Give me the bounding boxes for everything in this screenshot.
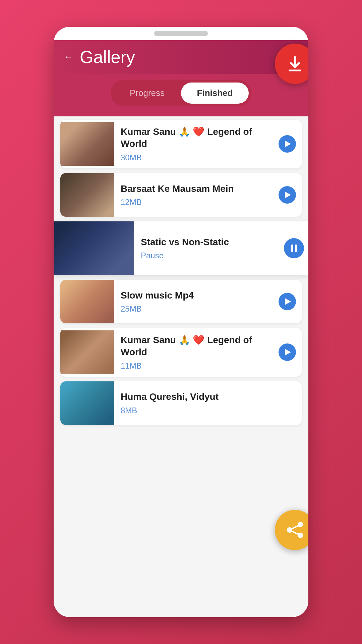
media-title: Kumar Sanu 🙏 ❤️ Legend of World (121, 334, 272, 359)
app-header: ← Gallery (54, 40, 308, 74)
play-icon (285, 141, 291, 147)
media-title: Barsaat Ke Mausam Mein (121, 183, 272, 195)
pause-bar-right (295, 245, 297, 252)
media-thumbnail (60, 122, 114, 166)
back-button[interactable]: ← (64, 52, 73, 62)
media-thumbnail (60, 173, 114, 217)
media-action (278, 186, 302, 204)
media-action (278, 343, 302, 361)
play-button[interactable] (279, 186, 296, 204)
pause-bar-left (291, 245, 293, 252)
media-thumbnail (60, 280, 114, 323)
thumb-image (60, 173, 114, 217)
media-thumbnail (54, 221, 134, 275)
media-title: Static vs Non-Static (141, 236, 278, 248)
media-thumbnail (60, 330, 114, 374)
thumb-image (60, 122, 114, 166)
media-size: 30MB (121, 153, 272, 162)
page-title: Gallery (80, 47, 135, 67)
share-icon (285, 520, 305, 540)
media-info: Huma Qureshi, Vidyut 8MB (114, 385, 278, 421)
pause-button[interactable] (284, 238, 304, 258)
list-item: Kumar Sanu 🙏 ❤️ Legend of World 30MB (60, 120, 302, 168)
media-size: 25MB (121, 304, 272, 314)
pause-icon (291, 245, 297, 252)
media-info: Kumar Sanu 🙏 ❤️ Legend of World 11MB (114, 328, 278, 377)
play-icon (285, 349, 291, 356)
media-info: Static vs Non-Static Pause (134, 230, 285, 266)
media-thumbnail (60, 381, 114, 425)
media-size: 11MB (121, 361, 272, 371)
media-title: Slow music Mp4 (121, 289, 272, 302)
media-size: 8MB (121, 406, 272, 415)
download-icon (285, 54, 305, 74)
play-icon (285, 298, 291, 305)
media-action (278, 293, 302, 310)
media-info: Barsaat Ke Mausam Mein 12MB (114, 177, 278, 213)
tab-finished[interactable]: Finished (181, 83, 249, 104)
list-item: Huma Qureshi, Vidyut 8MB (60, 381, 302, 425)
list-item: Kumar Sanu 🙏 ❤️ Legend of World 11MB (60, 328, 302, 377)
list-item: Static vs Non-Static Pause (54, 221, 308, 275)
svg-line-5 (290, 530, 300, 535)
play-button[interactable] (279, 135, 296, 153)
media-info: Kumar Sanu 🙏 ❤️ Legend of World 30MB (114, 120, 278, 168)
media-info: Slow music Mp4 25MB (114, 283, 278, 320)
tab-container: Progress Finished (111, 80, 251, 106)
tab-progress[interactable]: Progress (113, 83, 181, 104)
play-icon (285, 192, 291, 198)
play-button[interactable] (279, 293, 296, 310)
svg-line-4 (290, 525, 300, 530)
thumb-image (60, 330, 114, 374)
list-item: Barsaat Ke Mausam Mein 12MB (60, 173, 302, 217)
share-fab-button[interactable] (275, 510, 308, 550)
media-title: Huma Qureshi, Vidyut (121, 391, 272, 403)
status-pill (154, 31, 208, 36)
thumb-image (60, 280, 114, 323)
media-action (278, 135, 302, 153)
status-bar (54, 27, 308, 40)
media-size: 12MB (121, 198, 272, 207)
thumb-image (54, 221, 134, 275)
media-title: Kumar Sanu 🙏 ❤️ Legend of World (121, 126, 272, 150)
list-item: Slow music Mp4 25MB (60, 280, 302, 323)
thumb-image (60, 381, 114, 425)
phone-frame: ← Gallery Progress Finished Kumar Sanu 🙏… (54, 27, 308, 617)
play-button[interactable] (279, 343, 296, 361)
content-area: Kumar Sanu 🙏 ❤️ Legend of World 30MB Bar… (54, 116, 308, 433)
tab-bar: Progress Finished (54, 74, 308, 116)
media-status: Pause (141, 251, 278, 260)
media-action (285, 238, 308, 258)
